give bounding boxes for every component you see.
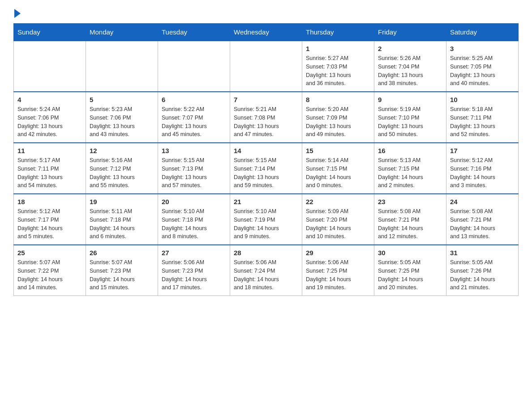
weekday-header-saturday: Saturday: [446, 24, 519, 41]
calendar-cell: 5Sunrise: 5:23 AM Sunset: 7:06 PM Daylig…: [86, 92, 158, 143]
weekday-header-sunday: Sunday: [14, 24, 86, 41]
day-number: 1: [306, 45, 370, 52]
day-info: Sunrise: 5:05 AM Sunset: 7:25 PM Dayligh…: [378, 258, 442, 292]
day-number: 12: [90, 147, 154, 154]
week-row-3: 11Sunrise: 5:17 AM Sunset: 7:11 PM Dayli…: [14, 143, 519, 194]
week-row-4: 18Sunrise: 5:12 AM Sunset: 7:17 PM Dayli…: [14, 194, 519, 245]
logo: [13, 9, 21, 14]
day-number: 24: [450, 198, 515, 206]
weekday-header-monday: Monday: [86, 24, 158, 41]
day-info: Sunrise: 5:06 AM Sunset: 7:24 PM Dayligh…: [234, 258, 298, 292]
day-info: Sunrise: 5:08 AM Sunset: 7:21 PM Dayligh…: [450, 207, 515, 241]
calendar-cell: 20Sunrise: 5:10 AM Sunset: 7:18 PM Dayli…: [158, 194, 230, 245]
day-info: Sunrise: 5:14 AM Sunset: 7:15 PM Dayligh…: [306, 156, 370, 190]
calendar-cell: 2Sunrise: 5:26 AM Sunset: 7:04 PM Daylig…: [374, 41, 446, 92]
day-number: 28: [234, 249, 298, 257]
calendar-cell: 8Sunrise: 5:20 AM Sunset: 7:09 PM Daylig…: [302, 92, 374, 143]
weekday-header-wednesday: Wednesday: [230, 24, 302, 41]
day-number: 26: [90, 249, 154, 257]
calendar-cell: 30Sunrise: 5:05 AM Sunset: 7:25 PM Dayli…: [374, 245, 446, 296]
day-number: 8: [306, 96, 370, 103]
calendar-cell: 25Sunrise: 5:07 AM Sunset: 7:22 PM Dayli…: [14, 245, 86, 296]
calendar-cell: 19Sunrise: 5:11 AM Sunset: 7:18 PM Dayli…: [86, 194, 158, 245]
day-number: 9: [378, 96, 442, 103]
calendar-cell: 15Sunrise: 5:14 AM Sunset: 7:15 PM Dayli…: [302, 143, 374, 194]
day-number: 11: [17, 147, 82, 154]
day-number: 21: [234, 198, 298, 206]
calendar-cell: 6Sunrise: 5:22 AM Sunset: 7:07 PM Daylig…: [158, 92, 230, 143]
day-number: 2: [378, 45, 442, 52]
day-number: 13: [162, 147, 226, 154]
calendar-cell: 10Sunrise: 5:18 AM Sunset: 7:11 PM Dayli…: [446, 92, 519, 143]
calendar-cell: [86, 41, 158, 92]
day-info: Sunrise: 5:25 AM Sunset: 7:05 PM Dayligh…: [450, 54, 515, 88]
weekday-header-row: SundayMondayTuesdayWednesdayThursdayFrid…: [14, 24, 519, 41]
day-info: Sunrise: 5:21 AM Sunset: 7:08 PM Dayligh…: [234, 105, 298, 139]
day-info: Sunrise: 5:06 AM Sunset: 7:23 PM Dayligh…: [162, 258, 226, 292]
day-info: Sunrise: 5:20 AM Sunset: 7:09 PM Dayligh…: [306, 105, 370, 139]
calendar-cell: [230, 41, 302, 92]
calendar-cell: 13Sunrise: 5:15 AM Sunset: 7:13 PM Dayli…: [158, 143, 230, 194]
day-number: 22: [306, 198, 370, 206]
day-info: Sunrise: 5:08 AM Sunset: 7:21 PM Dayligh…: [378, 207, 442, 241]
day-info: Sunrise: 5:05 AM Sunset: 7:26 PM Dayligh…: [450, 258, 515, 292]
week-row-5: 25Sunrise: 5:07 AM Sunset: 7:22 PM Dayli…: [14, 245, 519, 296]
day-number: 4: [17, 96, 82, 103]
day-number: 20: [162, 198, 226, 206]
day-number: 15: [306, 147, 370, 154]
day-number: 14: [234, 147, 298, 154]
calendar-cell: 22Sunrise: 5:09 AM Sunset: 7:20 PM Dayli…: [302, 194, 374, 245]
day-number: 18: [17, 198, 82, 206]
day-info: Sunrise: 5:26 AM Sunset: 7:04 PM Dayligh…: [378, 54, 442, 88]
day-number: 3: [450, 45, 515, 52]
day-number: 25: [17, 249, 82, 257]
week-row-2: 4Sunrise: 5:24 AM Sunset: 7:06 PM Daylig…: [14, 92, 519, 143]
day-info: Sunrise: 5:23 AM Sunset: 7:06 PM Dayligh…: [90, 105, 154, 139]
calendar-cell: 3Sunrise: 5:25 AM Sunset: 7:05 PM Daylig…: [446, 41, 519, 92]
day-info: Sunrise: 5:27 AM Sunset: 7:03 PM Dayligh…: [306, 54, 370, 88]
calendar-cell: 29Sunrise: 5:06 AM Sunset: 7:25 PM Dayli…: [302, 245, 374, 296]
day-number: 31: [450, 249, 515, 257]
day-info: Sunrise: 5:10 AM Sunset: 7:18 PM Dayligh…: [162, 207, 226, 241]
calendar-cell: [14, 41, 86, 92]
calendar-cell: 26Sunrise: 5:07 AM Sunset: 7:23 PM Dayli…: [86, 245, 158, 296]
day-number: 5: [90, 96, 154, 103]
day-number: 23: [378, 198, 442, 206]
day-info: Sunrise: 5:18 AM Sunset: 7:11 PM Dayligh…: [450, 105, 515, 139]
day-info: Sunrise: 5:07 AM Sunset: 7:22 PM Dayligh…: [17, 258, 82, 292]
calendar-cell: 28Sunrise: 5:06 AM Sunset: 7:24 PM Dayli…: [230, 245, 302, 296]
calendar-cell: 9Sunrise: 5:19 AM Sunset: 7:10 PM Daylig…: [374, 92, 446, 143]
calendar-cell: [158, 41, 230, 92]
calendar-cell: 14Sunrise: 5:15 AM Sunset: 7:14 PM Dayli…: [230, 143, 302, 194]
day-info: Sunrise: 5:07 AM Sunset: 7:23 PM Dayligh…: [90, 258, 154, 292]
calendar-cell: 31Sunrise: 5:05 AM Sunset: 7:26 PM Dayli…: [446, 245, 519, 296]
day-info: Sunrise: 5:15 AM Sunset: 7:14 PM Dayligh…: [234, 156, 298, 190]
logo-triangle-icon: [14, 9, 21, 18]
day-info: Sunrise: 5:22 AM Sunset: 7:07 PM Dayligh…: [162, 105, 226, 139]
day-number: 30: [378, 249, 442, 257]
calendar-cell: 4Sunrise: 5:24 AM Sunset: 7:06 PM Daylig…: [14, 92, 86, 143]
day-info: Sunrise: 5:10 AM Sunset: 7:19 PM Dayligh…: [234, 207, 298, 241]
day-number: 17: [450, 147, 515, 154]
day-number: 7: [234, 96, 298, 103]
day-number: 19: [90, 198, 154, 206]
calendar-cell: 12Sunrise: 5:16 AM Sunset: 7:12 PM Dayli…: [86, 143, 158, 194]
day-number: 10: [450, 96, 515, 103]
calendar-cell: 24Sunrise: 5:08 AM Sunset: 7:21 PM Dayli…: [446, 194, 519, 245]
day-number: 6: [162, 96, 226, 103]
weekday-header-tuesday: Tuesday: [158, 24, 230, 41]
calendar-cell: 11Sunrise: 5:17 AM Sunset: 7:11 PM Dayli…: [14, 143, 86, 194]
calendar-cell: 21Sunrise: 5:10 AM Sunset: 7:19 PM Dayli…: [230, 194, 302, 245]
page-header: [13, 9, 519, 14]
calendar-cell: 17Sunrise: 5:12 AM Sunset: 7:16 PM Dayli…: [446, 143, 519, 194]
day-info: Sunrise: 5:19 AM Sunset: 7:10 PM Dayligh…: [378, 105, 442, 139]
day-number: 29: [306, 249, 370, 257]
calendar-cell: 18Sunrise: 5:12 AM Sunset: 7:17 PM Dayli…: [14, 194, 86, 245]
day-info: Sunrise: 5:13 AM Sunset: 7:15 PM Dayligh…: [378, 156, 442, 190]
day-info: Sunrise: 5:15 AM Sunset: 7:13 PM Dayligh…: [162, 156, 226, 190]
day-info: Sunrise: 5:12 AM Sunset: 7:16 PM Dayligh…: [450, 156, 515, 190]
week-row-1: 1Sunrise: 5:27 AM Sunset: 7:03 PM Daylig…: [14, 41, 519, 92]
weekday-header-friday: Friday: [374, 24, 446, 41]
day-info: Sunrise: 5:17 AM Sunset: 7:11 PM Dayligh…: [17, 156, 82, 190]
day-info: Sunrise: 5:09 AM Sunset: 7:20 PM Dayligh…: [306, 207, 370, 241]
